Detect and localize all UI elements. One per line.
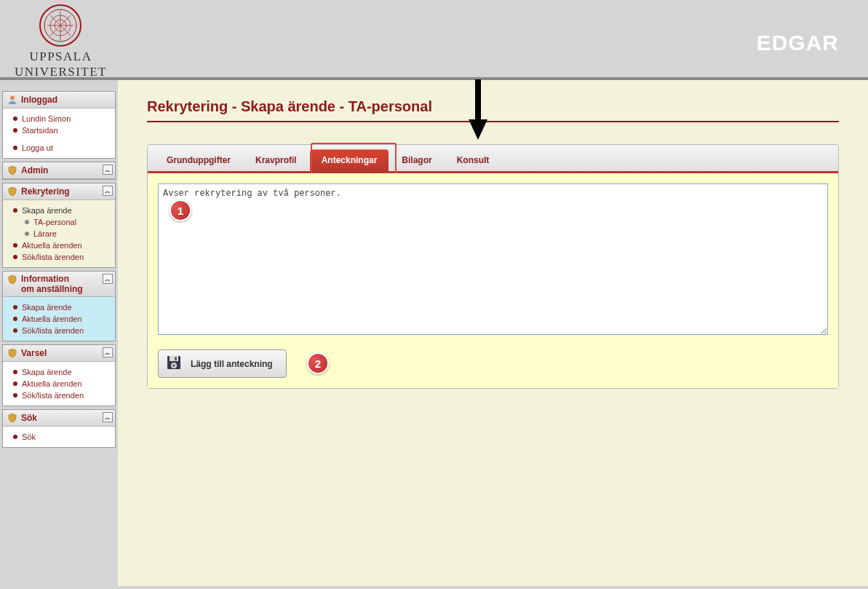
page-title: Rekrytering - Skapa ärende - TA-personal — [147, 98, 839, 122]
tab-container-wrapper: Grunduppgifter Kravprofil Anteckningar B… — [147, 144, 839, 389]
panel-body-info: Skapa ärende Aktuella ärenden Sök/lista … — [3, 297, 115, 341]
svg-rect-9 — [175, 357, 177, 360]
shield-icon — [7, 165, 18, 176]
shield-icon — [7, 186, 18, 197]
svg-point-4 — [10, 96, 15, 100]
panel-header-rekrytering: Rekrytering ︽ — [3, 183, 115, 200]
svg-point-11 — [173, 365, 175, 367]
panel-header-varsel: Varsel ︽ — [3, 345, 115, 362]
tab-bar: Grunduppgifter Kravprofil Anteckningar B… — [148, 145, 838, 173]
tab-kravprofil[interactable]: Kravprofil — [244, 149, 308, 171]
panel-body-sok: Sök — [3, 427, 115, 447]
panel-body-varsel: Skapa ärende Aktuella ärenden Sök/lista … — [3, 362, 115, 406]
panel-title-sok: Sök — [21, 413, 37, 423]
panel-title-admin: Admin — [21, 165, 48, 175]
nav-info-skapa[interactable]: Skapa ärende — [6, 301, 112, 313]
user-icon — [7, 94, 18, 106]
nav-varsel-skapa[interactable]: Skapa ärende — [6, 366, 112, 378]
annotation-badge-1: 1 — [170, 199, 191, 221]
panel-inloggad: Inloggad Lundin Simon Startsidan Logga u… — [2, 91, 116, 159]
panel-varsel: Varsel ︽ Skapa ärende Aktuella ärenden S… — [2, 344, 116, 406]
annotation-badge-2: 2 — [307, 352, 329, 374]
panel-header-sok: Sök ︽ — [3, 410, 115, 427]
svg-rect-8 — [170, 356, 178, 361]
arrow-down-icon — [467, 76, 489, 141]
shield-icon — [7, 412, 18, 424]
nav-rek-larare[interactable]: Lärare — [6, 228, 112, 240]
app-header: UPPSALA UNIVERSITET EDGAR — [0, 0, 868, 80]
collapse-varsel[interactable]: ︽ — [103, 347, 113, 357]
collapse-sok[interactable]: ︽ — [103, 412, 113, 422]
panel-header-admin: Admin ︽ — [3, 162, 115, 179]
panel-header-inloggad: Inloggad — [3, 92, 115, 108]
collapse-info[interactable]: ︽ — [103, 274, 113, 284]
panel-admin: Admin ︽ — [2, 162, 116, 180]
main-content: Rekrytering - Skapa ärende - TA-personal… — [118, 80, 868, 586]
panel-info: Informationom anställning ︽ Skapa ärende… — [2, 271, 116, 341]
shield-icon — [7, 347, 18, 359]
tab-konsult[interactable]: Konsult — [445, 149, 501, 171]
panel-title-varsel: Varsel — [21, 348, 47, 358]
university-name-line1: UPPSALA — [15, 50, 107, 64]
panel-body-inloggad: Lundin Simon Startsidan Logga ut — [3, 108, 115, 158]
note-textarea[interactable] — [158, 183, 828, 335]
panel-title-rekrytering: Rekrytering — [21, 186, 70, 197]
tab-container: Grunduppgifter Kravprofil Anteckningar B… — [147, 144, 839, 389]
panel-rekrytering: Rekrytering ︽ Skapa ärende TA-personal L… — [2, 183, 116, 268]
nav-startsidan[interactable]: Startsidan — [6, 124, 112, 136]
add-note-button[interactable]: Lägg till anteckning — [158, 349, 287, 378]
app-title: EDGAR — [757, 31, 839, 55]
nav-user[interactable]: Lundin Simon — [6, 113, 112, 124]
panel-header-info: Informationom anställning ︽ — [3, 272, 115, 297]
university-seal-icon — [39, 4, 82, 47]
nav-loggaut[interactable]: Logga ut — [6, 142, 112, 154]
collapse-rekrytering[interactable]: ︽ — [103, 186, 113, 196]
sidebar: Inloggad Lundin Simon Startsidan Logga u… — [0, 80, 118, 586]
nav-varsel-aktuella[interactable]: Aktuella ärenden — [6, 378, 112, 390]
floppy-disk-icon — [166, 355, 182, 373]
tab-panel-anteckningar: 1 L — [148, 173, 838, 388]
nav-info-aktuella[interactable]: Aktuella ärenden — [6, 313, 112, 325]
nav-rek-skapa[interactable]: Skapa ärende — [6, 205, 112, 216]
tab-anteckningar[interactable]: Anteckningar — [310, 149, 389, 171]
panel-body-rekrytering: Skapa ärende TA-personal Lärare Aktuella… — [3, 200, 115, 267]
panel-sok: Sök ︽ Sök — [2, 409, 116, 448]
tab-bilagor[interactable]: Bilagor — [390, 149, 443, 171]
logo-area: UPPSALA UNIVERSITET — [15, 4, 107, 79]
nav-info-sok[interactable]: Sök/lista ärenden — [6, 325, 112, 336]
shield-icon — [7, 274, 18, 285]
collapse-admin[interactable]: ︽ — [103, 165, 113, 175]
svg-marker-6 — [469, 119, 487, 140]
panel-title-inloggad: Inloggad — [21, 95, 57, 105]
button-row: Lägg till anteckning 2 — [158, 349, 828, 378]
university-name-line2: UNIVERSITET — [15, 66, 107, 79]
add-note-label: Lägg till anteckning — [191, 359, 273, 369]
panel-title-info: Informationom anställning — [21, 274, 83, 294]
nav-rek-aktuella[interactable]: Aktuella ärenden — [6, 240, 112, 251]
nav-varsel-sok[interactable]: Sök/lista ärenden — [6, 390, 112, 401]
tab-grunduppgifter[interactable]: Grunduppgifter — [155, 149, 242, 171]
nav-rek-ta[interactable]: TA-personal — [6, 216, 112, 228]
nav-sok[interactable]: Sök — [6, 431, 112, 443]
nav-rek-sok[interactable]: Sök/lista ärenden — [6, 251, 112, 263]
